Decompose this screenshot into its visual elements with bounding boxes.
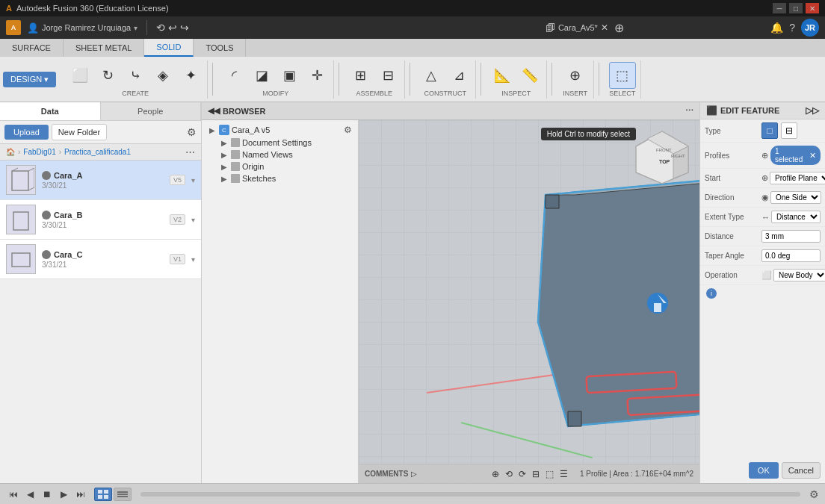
- file-item-cara-c[interactable]: Cara_C 3/31/21 V1 ▾: [0, 240, 201, 279]
- tab-people[interactable]: People: [101, 102, 202, 120]
- extrude-button[interactable]: ⬜: [67, 62, 93, 89]
- select-btn1[interactable]: ⬚: [609, 62, 636, 89]
- file-dropdown-cara-a[interactable]: ▾: [191, 176, 195, 184]
- timeline-grid-view[interactable]: [94, 488, 112, 501]
- assemble-btn1[interactable]: ⊞: [347, 62, 374, 89]
- redo-button[interactable]: ↪: [180, 22, 189, 34]
- ef-operation-select[interactable]: New Body: [773, 269, 825, 281]
- tree-item-origin[interactable]: ▶ Origin: [202, 161, 358, 172]
- ef-start-select[interactable]: Profile Plane: [770, 172, 825, 184]
- inspect-group: 📐 📏 INSPECT: [486, 60, 547, 99]
- tab-solid[interactable]: SOLID: [144, 39, 194, 57]
- svg-rect-24: [98, 490, 102, 494]
- new-tab-button[interactable]: ⊕: [614, 21, 624, 35]
- construct-btn2[interactable]: ⊿: [445, 62, 472, 89]
- file-dropdown-cara-b[interactable]: ▾: [191, 216, 195, 224]
- viewport-ctrl-5[interactable]: ⬚: [546, 469, 554, 479]
- tree-item-sketches[interactable]: ▶ Sketches: [202, 172, 358, 184]
- tab-data[interactable]: Data: [0, 102, 101, 120]
- doc-tab-label[interactable]: Cara_Av5*: [558, 23, 598, 32]
- inspect-btn2[interactable]: 📏: [516, 62, 543, 89]
- ok-button[interactable]: OK: [749, 462, 779, 479]
- playback-stop-button[interactable]: ⏹: [40, 488, 55, 501]
- close-button[interactable]: ✕: [806, 3, 819, 13]
- create-more-button[interactable]: ✦: [177, 62, 204, 89]
- svg-marker-16: [546, 195, 559, 208]
- cancel-button[interactable]: Cancel: [782, 462, 821, 479]
- playback-prev-button[interactable]: ◀: [24, 488, 37, 501]
- playback-last-button[interactable]: ⏭: [73, 488, 88, 501]
- move-button[interactable]: ✛: [303, 62, 330, 89]
- fillet-button[interactable]: ◜: [220, 62, 247, 89]
- ef-profiles-remove[interactable]: ✕: [809, 151, 816, 161]
- viewport-ctrl-6[interactable]: ☰: [560, 469, 568, 479]
- ef-direction-select[interactable]: One Side: [770, 191, 821, 204]
- tab-sheet-metal[interactable]: SHEET METAL: [64, 39, 144, 57]
- file-item-cara-b[interactable]: Cara_B 3/30/21 V2 ▾: [0, 200, 201, 240]
- viewport-ctrl-2[interactable]: ⟲: [505, 469, 513, 479]
- help-icon[interactable]: ?: [789, 22, 795, 34]
- timeline-settings-button[interactable]: ⚙: [809, 488, 819, 500]
- tree-doc-settings-icon[interactable]: ⚙: [344, 125, 352, 135]
- tree-item-doc[interactable]: ▶ C Cara_A v5 ⚙: [202, 123, 358, 137]
- ef-distance-input[interactable]: [761, 230, 821, 243]
- tab-surface[interactable]: SURFACE: [0, 39, 64, 57]
- maximize-button[interactable]: □: [789, 3, 803, 13]
- file-item-cara-a[interactable]: Cara_A 3/30/21 V5 ▾: [0, 161, 201, 200]
- shell-button[interactable]: ▣: [276, 62, 303, 89]
- assemble-btn2[interactable]: ⊟: [374, 62, 401, 89]
- ef-extent-row: Extent Type ↔ Distance: [700, 208, 825, 227]
- design-dropdown[interactable]: DESIGN ▾: [3, 72, 56, 87]
- comments-expand-icon[interactable]: ▷: [411, 470, 417, 478]
- panel-options-icon[interactable]: ⋯: [185, 146, 195, 158]
- file-dropdown-cara-c[interactable]: ▾: [191, 255, 195, 264]
- assemble-buttons: ⊞ ⊟: [347, 62, 401, 89]
- ef-type-btn2[interactable]: ⊟: [781, 122, 797, 139]
- viewport[interactable]: 3 mm ⋮ TOP FRONT RIGHT Hold: [359, 120, 699, 483]
- ef-extent-select[interactable]: Distance: [771, 211, 821, 223]
- minimize-button[interactable]: ─: [773, 3, 786, 13]
- browser-options-icon[interactable]: ⋯: [685, 106, 693, 116]
- close-doc-tab[interactable]: ✕: [601, 22, 608, 33]
- assemble-icon2: ⊟: [383, 69, 394, 82]
- chamfer-button[interactable]: ◪: [248, 62, 275, 89]
- ef-taper-input[interactable]: [761, 249, 821, 262]
- center-area: ◀◀ BROWSER ⋯ ▶ C Cara_A v5 ⚙ ▶: [202, 102, 699, 483]
- viewport-ctrl-3[interactable]: ⟳: [519, 469, 526, 479]
- timeline-list-view[interactable]: [114, 488, 132, 501]
- viewport-ctrl-4[interactable]: ⊟: [532, 469, 540, 479]
- home-icon[interactable]: 🏠: [6, 148, 15, 156]
- edit-feature-expand[interactable]: ▷▷: [806, 105, 819, 116]
- ef-type-row: Type □ ⊟: [700, 119, 825, 143]
- tree-item-doc-settings[interactable]: ▶ Document Settings: [202, 137, 358, 149]
- navigation-cube[interactable]: TOP FRONT RIGHT: [632, 128, 692, 187]
- tab-tools[interactable]: TOOLS: [194, 39, 246, 57]
- playback-first-button[interactable]: ⏮: [6, 488, 21, 501]
- user-dropdown-icon[interactable]: ▾: [134, 24, 138, 32]
- viewport-ctrl-1[interactable]: ⊕: [492, 469, 499, 479]
- timeline-track[interactable]: [140, 492, 800, 497]
- refresh-button[interactable]: ⟲: [156, 22, 165, 34]
- sweep-button[interactable]: ⤷: [122, 62, 149, 89]
- panel-settings-button[interactable]: ⚙: [187, 126, 197, 138]
- breadcrumb-practica[interactable]: Practica_calificada1: [64, 148, 131, 156]
- notification-icon[interactable]: 🔔: [770, 22, 783, 34]
- tree-item-named-views[interactable]: ▶ Named Views: [202, 149, 358, 161]
- playback-play-button[interactable]: ▶: [58, 488, 70, 501]
- upload-button[interactable]: Upload: [4, 125, 49, 140]
- loft-button[interactable]: ◈: [149, 62, 176, 89]
- browser-arrow-left[interactable]: ◀◀: [208, 106, 220, 116]
- revolve-button[interactable]: ↻: [94, 62, 121, 89]
- inspect-btn1[interactable]: 📐: [489, 62, 516, 89]
- tree-folder-icon-3: [231, 162, 240, 171]
- timeline-view-toggle: [94, 488, 132, 501]
- undo-button[interactable]: ↩: [168, 22, 177, 34]
- breadcrumb-fabdig[interactable]: FabDig01: [23, 148, 55, 156]
- construct-label: CONSTRUCT: [424, 90, 466, 97]
- construct-btn1[interactable]: △: [418, 62, 445, 89]
- ef-type-btn1[interactable]: □: [761, 122, 778, 139]
- user-avatar[interactable]: JR: [801, 19, 819, 37]
- new-folder-button[interactable]: New Folder: [52, 124, 107, 140]
- insert-btn1[interactable]: ⊕: [562, 62, 589, 89]
- browser-tree: ▶ C Cara_A v5 ⚙ ▶ Document Settings ▶ Na…: [202, 120, 358, 187]
